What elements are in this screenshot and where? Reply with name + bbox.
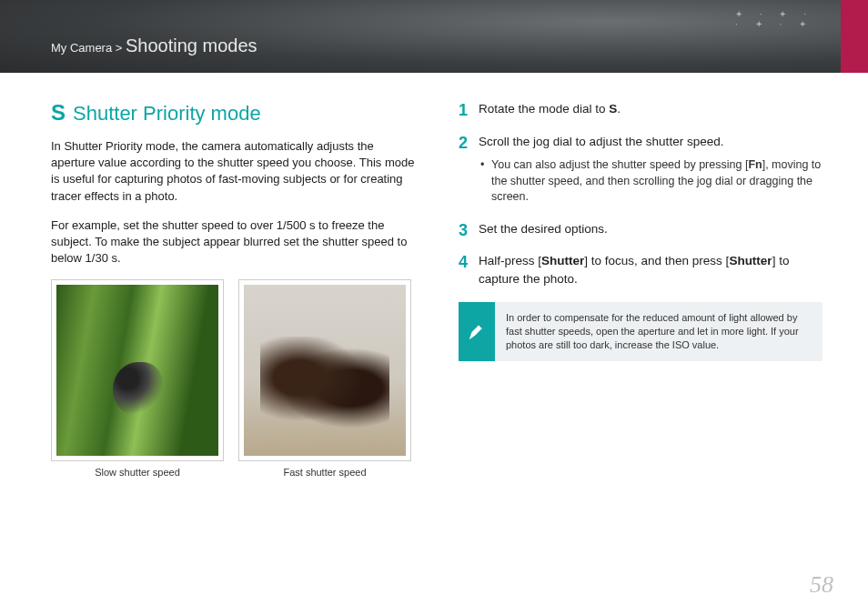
note-box: In order to compensate for the reduced a… xyxy=(459,302,823,361)
page-number: 58 xyxy=(810,571,833,599)
title-text: Shutter Priority mode xyxy=(73,102,261,126)
step-1: Rotate the mode dial to S. xyxy=(459,100,823,118)
example-fast: Fast shutter speed xyxy=(238,279,411,478)
page-title: S Shutter Priority mode xyxy=(51,100,415,126)
intro-paragraph-1: In Shutter Priority mode, the camera aut… xyxy=(51,138,415,205)
decorative-sparkles: ✦ · ✦ ·· ✦ · ✦ xyxy=(735,9,813,29)
example-slow-frame xyxy=(51,279,224,461)
example-slow-caption: Slow shutter speed xyxy=(51,467,224,478)
slow-shutter-image xyxy=(56,285,218,456)
example-fast-caption: Fast shutter speed xyxy=(238,467,411,478)
s-glyph-icon: S xyxy=(609,102,617,116)
step-2-sublist: You can also adjust the shutter speed by… xyxy=(479,157,823,206)
fn-glyph-icon: Fn xyxy=(748,158,762,171)
example-images-row: Slow shutter speed Fast shutter speed xyxy=(51,279,415,478)
breadcrumb-section: Shooting modes xyxy=(126,35,257,55)
steps-list: Rotate the mode dial to S. Scroll the jo… xyxy=(459,100,823,287)
content-area: S Shutter Priority mode In Shutter Prior… xyxy=(0,73,868,478)
breadcrumb-sep: > xyxy=(112,41,126,55)
fast-shutter-image xyxy=(244,285,406,456)
breadcrumb-parent: My Camera xyxy=(51,41,112,55)
intro-paragraph-2: For example, set the shutter speed to ov… xyxy=(51,217,415,267)
step-2: Scroll the jog dial to adjust the shutte… xyxy=(459,133,823,206)
step-4: Half-press [Shutter] to focus, and then … xyxy=(459,252,823,287)
step-2-subitem: You can also adjust the shutter speed by… xyxy=(479,157,823,206)
note-text: In order to compensate for the reduced a… xyxy=(495,302,823,361)
right-column: Rotate the mode dial to S. Scroll the jo… xyxy=(459,100,823,478)
step-3: Set the desired options. xyxy=(459,220,823,238)
page-header: ✦ · ✦ ·· ✦ · ✦ My Camera > Shooting mode… xyxy=(0,0,868,73)
s-mode-icon: S xyxy=(51,100,66,126)
note-pencil-icon xyxy=(459,302,495,361)
breadcrumb: My Camera > Shooting modes xyxy=(51,35,257,56)
example-fast-frame xyxy=(238,279,411,461)
example-slow: Slow shutter speed xyxy=(51,279,224,478)
left-column: S Shutter Priority mode In Shutter Prior… xyxy=(51,100,415,478)
